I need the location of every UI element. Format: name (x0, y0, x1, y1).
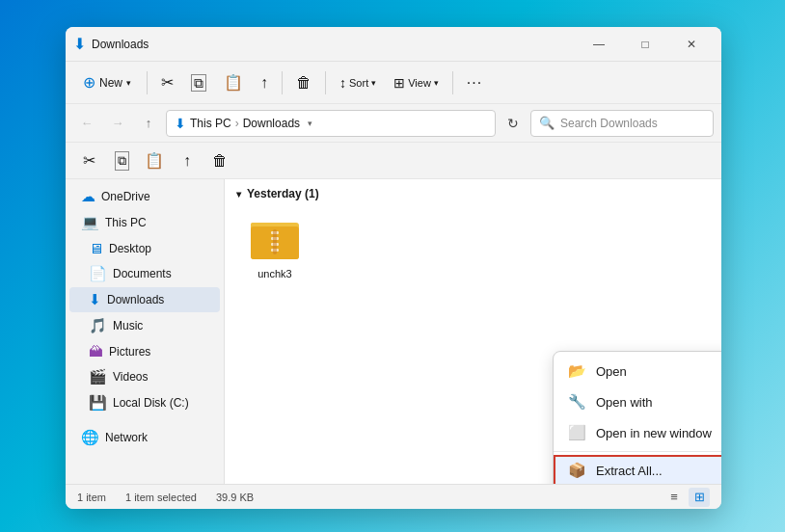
explorer-window: ⬇ Downloads — □ ✕ ⊕ New ▾ ✂ ⧉ 📋 ↑ 🗑 (66, 27, 721, 509)
list-view-toggle[interactable]: ≡ (663, 488, 685, 507)
more-options-button[interactable]: ··· (459, 66, 490, 100)
status-size: 39.9 KB (216, 492, 254, 503)
ctx-cut-button[interactable]: ✂ (73, 146, 104, 176)
status-bar: 1 item 1 item selected 39.9 KB ≡ ⊞ (66, 484, 721, 509)
ctx-cut-icon: ✂ (83, 151, 95, 170)
extract-icon: 📦 (567, 462, 586, 479)
videos-icon: 🎬 (89, 368, 107, 386)
music-icon: 🎵 (89, 317, 107, 334)
delete-icon: 🗑 (296, 75, 311, 91)
path-thispc: This PC (190, 117, 231, 130)
title-icon: ⬇ (73, 35, 86, 53)
network-label: Network (105, 431, 148, 444)
file-item-unchk3[interactable]: unchk3 (236, 208, 313, 285)
paste-button[interactable]: 📋 (216, 66, 251, 100)
refresh-button[interactable]: ↻ (500, 110, 527, 137)
downloads-icon: ⬇ (89, 291, 101, 308)
sort-button[interactable]: ↕ Sort ▾ (332, 66, 384, 100)
downloads-label: Downloads (107, 293, 164, 306)
ctx-delete-button[interactable]: 🗑 (204, 146, 235, 176)
menu-item-open-new-window[interactable]: ⬜ Open in new window (554, 417, 721, 448)
cut-button[interactable]: ✂ (153, 66, 181, 100)
network-icon: 🌐 (81, 429, 99, 446)
openwith-label: Open with (596, 395, 721, 410)
window-controls: — □ ✕ (577, 29, 714, 60)
status-selected: 1 item selected (125, 492, 197, 503)
paste-icon: 📋 (224, 75, 243, 91)
sort-chevron-icon: ▾ (371, 78, 376, 88)
sidebar-item-localdisk[interactable]: 💾 Local Disk (C:) (69, 390, 220, 415)
documents-icon: 📄 (89, 265, 107, 282)
ctx-copy-button[interactable]: ⧉ (106, 146, 137, 176)
path-downloads-icon: ⬇ (175, 116, 186, 131)
close-button[interactable]: ✕ (669, 29, 714, 60)
file-section: ▾ Yesterday (1) (225, 179, 721, 293)
ctx-paste-button[interactable]: 📋 (139, 146, 170, 176)
view-toggles: ≡ ⊞ (663, 488, 710, 507)
maximize-button[interactable]: □ (623, 29, 667, 60)
content-area: ☁ OneDrive 💻 This PC 🖥 Desktop 📄 Documen… (66, 179, 721, 484)
ctx-share-button[interactable]: ↑ (172, 146, 203, 176)
minimize-button[interactable]: — (577, 29, 621, 60)
menu-item-open[interactable]: 📂 Open Enter (554, 356, 721, 386)
ctx-copy-icon: ⧉ (115, 151, 129, 171)
videos-label: Videos (113, 370, 148, 384)
sidebar-item-desktop[interactable]: 🖥 Desktop (69, 236, 220, 260)
sidebar-item-pictures[interactable]: 🏔 Pictures (69, 339, 220, 363)
path-dropdown-icon[interactable]: ▾ (308, 119, 312, 128)
toolbar-sep-2 (282, 71, 283, 94)
copy-button[interactable]: ⧉ (183, 66, 214, 100)
view-button[interactable]: ⊞ View ▾ (386, 66, 447, 100)
refresh-icon: ↻ (507, 116, 519, 131)
search-box[interactable]: 🔍 Search Downloads (530, 110, 714, 137)
thispc-label: This PC (105, 216, 147, 229)
section-chevron-icon: ▾ (236, 189, 241, 200)
thispc-icon: 💻 (81, 214, 99, 231)
forward-button[interactable]: → (104, 110, 131, 137)
sidebar-item-documents[interactable]: 📄 Documents (69, 261, 220, 286)
grid-view-toggle[interactable]: ⊞ (689, 488, 710, 507)
ctx-share-icon: ↑ (183, 152, 191, 170)
desktop-icon: 🖥 (89, 240, 103, 256)
title-bar: ⬇ Downloads — □ ✕ (66, 27, 721, 62)
context-menu: 📂 Open Enter 🔧 Open with › ⬜ Open in new… (553, 351, 721, 484)
share-button[interactable]: ↑ (253, 66, 276, 100)
menu-item-extract-all[interactable]: 📦 Extract All... (554, 455, 721, 484)
view-icon: ⊞ (393, 75, 405, 91)
delete-button[interactable]: 🗑 (288, 66, 319, 100)
search-placeholder: Search Downloads (560, 117, 658, 130)
pictures-label: Pictures (109, 345, 150, 359)
window-title: Downloads (92, 38, 577, 51)
context-toolbar: ✂ ⧉ 📋 ↑ 🗑 (66, 143, 721, 179)
menu-item-openwith[interactable]: 🔧 Open with › (554, 386, 721, 417)
sort-icon: ↕ (339, 75, 346, 91)
sidebar: ☁ OneDrive 💻 This PC 🖥 Desktop 📄 Documen… (66, 179, 225, 484)
path-sep-1: › (235, 117, 239, 130)
toolbar-sep-3 (325, 71, 326, 94)
up-button[interactable]: ↑ (135, 110, 162, 137)
search-icon: 🔍 (539, 116, 555, 130)
cut-icon: ✂ (161, 75, 174, 91)
sidebar-item-downloads[interactable]: ⬇ Downloads (69, 287, 220, 312)
sidebar-item-music[interactable]: 🎵 Music (69, 313, 220, 338)
menu-sep-1 (554, 451, 721, 452)
sidebar-item-thispc[interactable]: 💻 This PC (69, 210, 220, 235)
section-header: ▾ Yesterday (1) (236, 187, 710, 200)
sidebar-item-onedrive[interactable]: ☁ OneDrive (69, 184, 220, 209)
status-count: 1 item (77, 492, 106, 503)
onedrive-icon: ☁ (81, 188, 95, 205)
file-name-unchk3: unchk3 (257, 268, 291, 279)
zip-folder-icon (250, 214, 300, 264)
main-toolbar: ⊕ New ▾ ✂ ⧉ 📋 ↑ 🗑 ↕ Sort ▾ ⊞ View ▾ (66, 62, 721, 104)
main-pane: ▾ Yesterday (1) (225, 179, 721, 484)
share-icon: ↑ (260, 75, 268, 91)
sidebar-item-videos[interactable]: 🎬 Videos (69, 364, 220, 389)
address-path[interactable]: ⬇ This PC › Downloads ▾ (166, 110, 496, 137)
view-chevron-icon: ▾ (434, 78, 439, 88)
back-button[interactable]: ← (73, 110, 100, 137)
desktop-label: Desktop (109, 242, 151, 255)
new-button[interactable]: ⊕ New ▾ (73, 66, 141, 100)
onedrive-label: OneDrive (101, 190, 150, 203)
sidebar-item-network[interactable]: 🌐 Network (69, 425, 220, 450)
address-bar: ← → ↑ ⬇ This PC › Downloads ▾ ↻ 🔍 Search… (66, 104, 721, 143)
